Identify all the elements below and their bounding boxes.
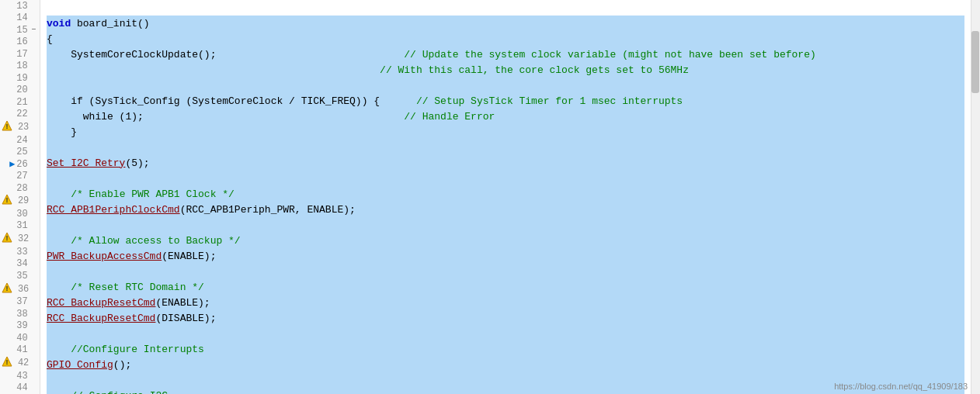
gutter-row: 37	[0, 296, 40, 308]
gutter-row: 41	[0, 344, 40, 356]
gutter-row: 18	[0, 60, 40, 71]
line-number-label: 36	[18, 284, 32, 295]
code-line: while (1); // Handle Error	[47, 109, 964, 124]
line-number-label: 43	[16, 371, 30, 382]
gutter-row: 38	[0, 308, 40, 320]
svg-text:!: !	[6, 123, 9, 130]
gutter-row: !23	[0, 120, 40, 134]
code-line: /* Allow access to Backup */	[47, 233, 964, 248]
line-number-label: 18	[16, 60, 30, 71]
gutter-row: ▶26	[0, 158, 40, 170]
code-line	[47, 78, 964, 93]
svg-text:!: !	[6, 285, 9, 292]
line-number-label: 34	[16, 258, 30, 269]
line-number-label: 30	[16, 209, 30, 219]
gutter-row: 35	[0, 270, 40, 282]
gutter-row: 28	[0, 182, 40, 194]
code-line: RCC_APB1PeriphClockCmd(RCC_APB1Periph_PW…	[47, 202, 964, 217]
code-line: }	[47, 124, 964, 140]
svg-text:!: !	[6, 358, 9, 366]
collapse-icon[interactable]: −	[31, 26, 36, 34]
gutter-row: 40	[0, 332, 40, 344]
code-line	[47, 326, 964, 341]
gutter-row: !29	[0, 194, 40, 208]
vertical-scrollbar[interactable]	[971, 0, 980, 394]
warning-icon: !	[2, 282, 12, 296]
code-line: RCC_BackupResetCmd(DISABLE);	[47, 310, 964, 326]
gutter-row: 39	[0, 320, 40, 332]
line-number-label: 24	[16, 135, 30, 146]
code-line: /* Enable PWR APB1 Clock */	[47, 186, 964, 202]
gutter-row: 17	[0, 48, 40, 60]
gutter-row: 25	[0, 146, 40, 157]
line-number-label: 35	[16, 271, 30, 282]
code-line: if (SysTick_Config (SystemCoreClock / TI…	[47, 93, 964, 109]
gutter-row: 31	[0, 220, 40, 232]
line-number-label: 14	[16, 12, 30, 23]
line-number-label: 15	[16, 25, 30, 36]
line-number-label: 37	[16, 296, 30, 307]
gutter-row: 15−	[0, 24, 40, 36]
line-number-label: 25	[16, 147, 30, 157]
line-number-label: 32	[18, 233, 32, 244]
code-line: PWR_BackupAccessCmd(ENABLE);	[47, 248, 964, 264]
line-number-label: 16	[16, 36, 30, 47]
code-line: Set_I2C_Retry(5);	[47, 155, 964, 171]
gutter-row: !42	[0, 356, 40, 370]
line-number-label: 39	[16, 320, 30, 331]
gutter-row: 34	[0, 258, 40, 270]
code-line	[47, 171, 964, 186]
warning-icon: !	[2, 356, 12, 370]
line-number-label: 42	[18, 358, 32, 368]
scrollbar-thumb[interactable]	[971, 31, 979, 93]
code-line	[47, 0, 964, 16]
code-line: void board_init()	[47, 16, 964, 31]
line-number-label: 13	[16, 1, 30, 12]
line-number-label: 19	[16, 73, 30, 84]
line-number-label: 22	[16, 109, 30, 119]
gutter-row: 20	[0, 84, 40, 95]
code-line	[47, 264, 964, 279]
warning-icon: !	[2, 232, 12, 246]
line-number-label: 20	[16, 85, 30, 95]
gutter-row: 27	[0, 170, 40, 181]
gutter-row: 14	[0, 12, 40, 23]
watermark: https://blog.csdn.net/qq_41909/183	[834, 382, 968, 391]
gutter-row: 33	[0, 246, 40, 257]
line-number-label: 26	[16, 159, 30, 170]
gutter-row: 24	[0, 134, 40, 146]
code-line: //Configure Interrupts	[47, 341, 964, 357]
gutter-row: !36	[0, 282, 40, 296]
line-number-label: 41	[16, 344, 30, 355]
code-line: {	[47, 31, 964, 47]
line-number-label: 38	[16, 309, 30, 320]
line-number-label: 27	[16, 171, 30, 181]
line-number-label: 23	[18, 122, 32, 133]
code-line: // With this call, the core clock gets s…	[47, 62, 964, 78]
code-line: SystemCoreClockUpdate(); // Update the s…	[47, 47, 964, 62]
svg-text:!: !	[6, 196, 9, 204]
code-line: GPIO_Config();	[47, 357, 964, 372]
gutter-row: 43	[0, 370, 40, 382]
gutter-row: 44	[0, 382, 40, 394]
code-area[interactable]: void board_init(){ SystemCoreClockUpdate…	[40, 0, 980, 394]
editor-container: 131415−16171819202122!232425▶262728!2930…	[0, 0, 980, 394]
line-number-label: 40	[16, 333, 30, 344]
code-line: RCC_BackupResetCmd(ENABLE);	[47, 295, 964, 310]
line-number-label: 28	[16, 183, 30, 194]
gutter-row: 22	[0, 108, 40, 119]
code-line	[47, 372, 964, 388]
gutter-row: !32	[0, 232, 40, 246]
gutter-row: 19	[0, 72, 40, 84]
arrow-icon: ▶	[9, 158, 16, 170]
gutter-row: 13	[0, 0, 40, 12]
line-number-gutter: 131415−16171819202122!232425▶262728!2930…	[0, 0, 40, 394]
gutter-row: 21	[0, 96, 40, 108]
gutter-row: 30	[0, 208, 40, 219]
line-number-label: 33	[16, 247, 30, 257]
line-number-label: 29	[18, 195, 32, 206]
line-number-label: 44	[16, 382, 30, 393]
code-line	[47, 140, 964, 155]
gutter-row: 16	[0, 36, 40, 47]
code-line: /* Reset RTC Domain */	[47, 279, 964, 295]
